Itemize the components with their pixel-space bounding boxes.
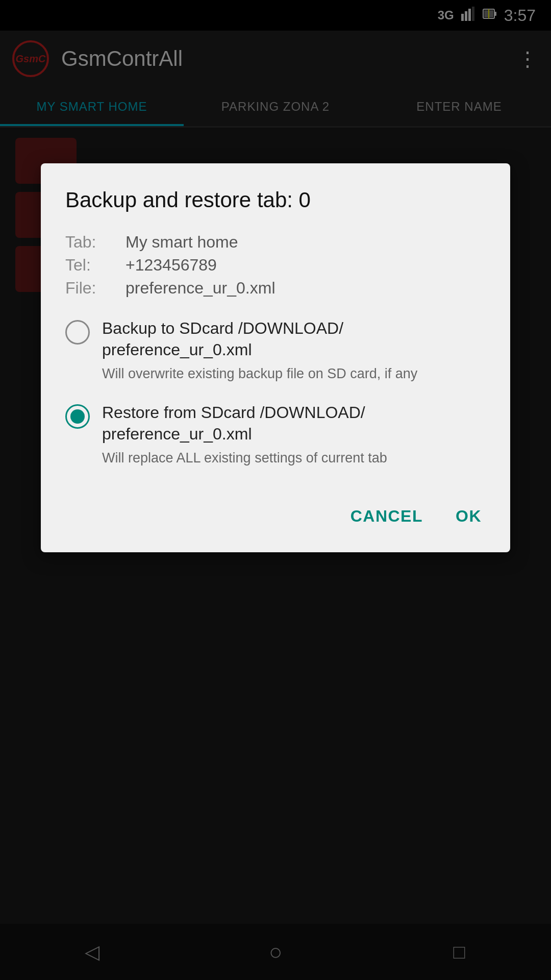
restore-radio-desc: Will replace ALL existing settings of cu…: [65, 449, 486, 468]
backup-option[interactable]: Backup to SDcard /DOWNLOAD/preference_ur…: [65, 318, 486, 384]
dialog-info: Tab: My smart home Tel: +123456789 File:…: [65, 233, 486, 298]
radio-group: Backup to SDcard /DOWNLOAD/preference_ur…: [65, 318, 486, 468]
restore-radio-label: Restore from SDcard /DOWNLOAD/preference…: [102, 402, 365, 445]
tab-value: My smart home: [126, 233, 238, 252]
cancel-button[interactable]: CANCEL: [346, 499, 427, 534]
dialog-title: Backup and restore tab: 0: [65, 188, 486, 212]
tel-value: +123456789: [126, 256, 217, 275]
tel-label: Tel:: [65, 256, 121, 275]
tab-label: Tab:: [65, 233, 121, 252]
backup-radio-label: Backup to SDcard /DOWNLOAD/preference_ur…: [102, 318, 343, 360]
tel-info-row: Tel: +123456789: [65, 256, 486, 275]
tab-info-row: Tab: My smart home: [65, 233, 486, 252]
backup-restore-dialog: Backup and restore tab: 0 Tab: My smart …: [41, 163, 510, 552]
backup-radio-desc: Will overwrite existing backup file on S…: [65, 364, 486, 384]
ok-button[interactable]: OK: [452, 499, 486, 534]
file-value: preference_ur_0.xml: [126, 279, 275, 298]
dialog-actions: CANCEL OK: [65, 499, 486, 534]
restore-radio-button[interactable]: [65, 404, 90, 429]
restore-radio-row[interactable]: Restore from SDcard /DOWNLOAD/preference…: [65, 402, 486, 445]
backup-radio-row[interactable]: Backup to SDcard /DOWNLOAD/preference_ur…: [65, 318, 486, 360]
file-label: File:: [65, 279, 121, 298]
file-info-row: File: preference_ur_0.xml: [65, 279, 486, 298]
backup-radio-button[interactable]: [65, 320, 90, 345]
restore-option[interactable]: Restore from SDcard /DOWNLOAD/preference…: [65, 402, 486, 468]
